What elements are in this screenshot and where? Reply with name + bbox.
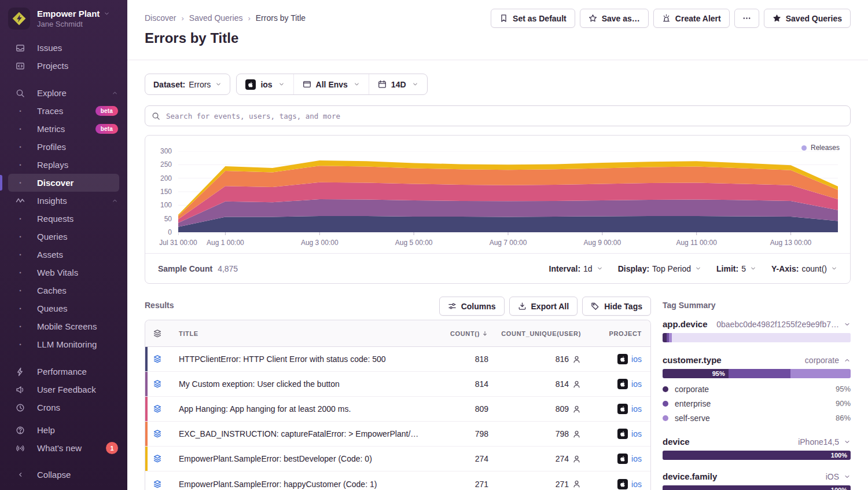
sidebar-item-user-feedback[interactable]: User Feedback: [0, 381, 127, 398]
breadcrumb-link[interactable]: Discover: [145, 13, 176, 23]
chevron-down-icon[interactable]: [844, 438, 851, 445]
sidebar-item-queries[interactable]: •Queries: [0, 228, 127, 246]
sidebar-item-help[interactable]: Help: [0, 421, 127, 439]
sidebar-item-mobile-screens[interactable]: •Mobile Screens: [0, 317, 127, 335]
hide-tags-button[interactable]: Hide Tags: [582, 297, 651, 316]
project-filter-value: ios: [260, 80, 272, 89]
chevron-down-icon: [831, 265, 837, 272]
set-as-default-button[interactable]: Set as Default: [491, 9, 575, 28]
sidebar-item-crons[interactable]: Crons: [0, 398, 127, 416]
beta-badge: beta: [95, 106, 118, 116]
row-title[interactable]: HTTPClientError: HTTP Client Error with …: [172, 354, 419, 364]
org-switcher[interactable]: Empower Plant Jane Schmidt: [0, 0, 127, 37]
org-name: Empower Plant: [37, 9, 100, 19]
sidebar-item-requests[interactable]: •Requests: [0, 210, 127, 228]
row-title[interactable]: App Hanging: App hanging for at least 20…: [172, 404, 419, 414]
tag-bar-segment-label: 100%: [831, 487, 847, 490]
column-header-count-unique[interactable]: COUNT_UNIQUE(USER): [488, 330, 581, 337]
display-control[interactable]: Display:Top Period: [618, 264, 701, 273]
more-options-button[interactable]: [734, 9, 759, 28]
project-link[interactable]: ios: [631, 404, 642, 414]
sidebar-item-projects[interactable]: Projects: [0, 57, 127, 75]
issues-icon: [15, 43, 25, 53]
breadcrumb-separator: ›: [181, 14, 183, 23]
column-header-count[interactable]: COUNT(): [419, 330, 488, 337]
dataset-filter[interactable]: Dataset: Errors: [145, 74, 230, 95]
project-header-label: PROJECT: [609, 330, 642, 337]
x-axis-tick-label: Aug 7 00:00: [490, 239, 527, 247]
interval-control[interactable]: Interval:1d: [549, 264, 603, 273]
chart-footer: Sample Count 4,875 Interval:1dDisplay:To…: [145, 253, 850, 283]
tag-bar-segment-label: 95%: [712, 370, 725, 377]
breadcrumb-link[interactable]: Saved Queries: [189, 13, 243, 23]
sidebar-item-metrics[interactable]: •Metricsbeta: [0, 120, 127, 138]
sidebar-item-performance[interactable]: Performance: [0, 363, 127, 381]
environment-filter[interactable]: All Envs: [293, 74, 369, 94]
columns-button[interactable]: Columns: [439, 297, 505, 316]
y-axis-tick-label: 250: [160, 160, 172, 169]
search-input[interactable]: [165, 111, 844, 121]
table-row[interactable]: My Custom exeption: User clicked the but…: [145, 372, 650, 397]
sidebar-item-replays[interactable]: •Replays: [0, 156, 127, 174]
yaxis-control[interactable]: Y-Axis:count(): [771, 264, 837, 273]
sidebar-item-what-s-new[interactable]: What's new1: [0, 439, 127, 457]
sidebar-item-label: Crons: [37, 403, 60, 412]
sidebar-section-insights[interactable]: Insights: [0, 192, 127, 210]
table-row[interactable]: EXC_BAD_INSTRUCTION: captureFatalError: …: [145, 422, 650, 447]
tag-section-header[interactable]: app.device0baebc0de4982f1255f2e9e9fb7…: [663, 319, 851, 329]
chevron-up-icon[interactable]: [844, 357, 851, 364]
table-row[interactable]: App Hanging: App hanging for at least 20…: [145, 397, 650, 422]
tag-top-value: iPhone14,5: [696, 437, 839, 447]
chevron-down-icon[interactable]: [844, 473, 851, 480]
tag-section-header[interactable]: deviceiPhone14,5: [663, 437, 851, 447]
project-link[interactable]: ios: [631, 429, 642, 438]
tag-section-header[interactable]: device.familyiOS: [663, 471, 851, 481]
tag-bar-segment: 100%: [663, 451, 851, 460]
row-title[interactable]: EmpowerPlant.SampleError: happyCustomer …: [172, 480, 419, 489]
sidebar-item-profiles[interactable]: •Profiles: [0, 138, 127, 156]
sidebar-item-web-vitals[interactable]: •Web Vitals: [0, 264, 127, 281]
tag-legend-row: self-serve86%: [663, 411, 851, 425]
table-row[interactable]: EmpowerPlant.SampleError: bestDeveloper …: [145, 447, 650, 471]
chevron-down-icon: [695, 265, 701, 272]
row-count: 798: [419, 429, 488, 438]
sidebar-section-explore[interactable]: Explore: [0, 84, 127, 102]
project-filter[interactable]: ios: [237, 74, 293, 94]
control-value: count(): [801, 264, 827, 273]
row-title[interactable]: EXC_BAD_INSTRUCTION: captureFatalError: …: [172, 429, 419, 438]
bullet-icon: •: [15, 306, 25, 312]
column-header-title[interactable]: TITLE: [172, 330, 419, 337]
row-title[interactable]: My Custom exeption: User clicked the but…: [172, 379, 419, 389]
table-row[interactable]: EmpowerPlant.SampleError: happyCustomer …: [145, 471, 650, 490]
search-icon: [152, 112, 160, 120]
table-row[interactable]: HTTPClientError: HTTP Client Error with …: [145, 347, 650, 372]
sidebar-item-discover[interactable]: •Discover: [8, 174, 119, 192]
saved-queries-button[interactable]: Saved Queries: [764, 9, 851, 28]
sidebar-item-traces[interactable]: •Tracesbeta: [0, 102, 127, 120]
date-range-filter[interactable]: 14D: [369, 74, 427, 94]
create-alert-button[interactable]: Create Alert: [653, 9, 730, 28]
row-title[interactable]: EmpowerPlant.SampleError: bestDeveloper …: [172, 454, 419, 463]
project-link[interactable]: ios: [631, 454, 642, 463]
sidebar-item-issues[interactable]: Issues: [0, 39, 127, 57]
apple-icon: [617, 354, 628, 364]
sidebar-item-caches[interactable]: •Caches: [0, 281, 127, 299]
button-label: Export All: [531, 302, 569, 311]
row-icon-cell: [145, 379, 172, 389]
x-axis-tick-label: Aug 3 00:00: [301, 239, 339, 247]
export-all-button[interactable]: Export All: [509, 297, 578, 316]
chevron-down-icon[interactable]: [844, 321, 851, 328]
column-header-project[interactable]: PROJECT: [581, 330, 650, 337]
save-as--button[interactable]: Save as…: [580, 9, 649, 28]
sidebar-item-assets[interactable]: •Assets: [0, 246, 127, 264]
project-link[interactable]: ios: [631, 379, 642, 389]
chart-legend[interactable]: Releases: [801, 144, 840, 152]
project-link[interactable]: ios: [631, 480, 642, 489]
sidebar-item-llm-monitoring[interactable]: •LLM Monitoring: [0, 335, 127, 353]
project-link[interactable]: ios: [631, 354, 642, 364]
sidebar-item-queues[interactable]: •Queues: [0, 299, 127, 317]
sidebar-collapse-button[interactable]: Collapse: [0, 466, 127, 484]
limit-control[interactable]: Limit:5: [716, 264, 756, 273]
tag-section-header[interactable]: customer.typecorporate: [663, 355, 851, 365]
sidebar-section-label: Insights: [37, 196, 67, 206]
